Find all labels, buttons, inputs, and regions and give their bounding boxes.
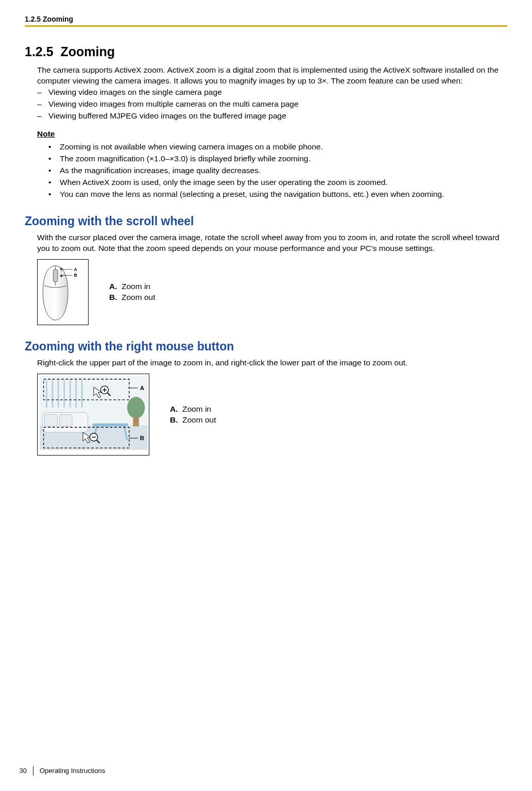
scroll-desc: With the cursor placed over the camera i…: [37, 232, 507, 254]
legend-val-a: Zoom in: [122, 281, 150, 292]
section-intro: The camera supports ActiveX zoom. Active…: [37, 65, 507, 87]
doc-title: Operating Instructions: [40, 766, 105, 776]
mouse-figure: A B: [37, 259, 89, 326]
legend-key-a: A.: [170, 404, 182, 415]
dash-marker: –: [37, 111, 48, 122]
bullet-marker: •: [48, 154, 60, 164]
svg-text:B: B: [140, 435, 144, 441]
legend-val-b: Zoom out: [122, 292, 155, 303]
svg-rect-1: [53, 270, 58, 282]
mouse-icon: A B: [41, 263, 85, 322]
legend-key-b: B.: [170, 415, 182, 426]
legend-val-a: Zoom in: [182, 404, 211, 415]
footer-divider: [33, 766, 33, 776]
note-item: The zoom magnification (×1.0–×3.0) is di…: [60, 154, 311, 164]
when-item: Viewing video images on the single camer…: [48, 87, 222, 98]
room-figure: A B: [37, 374, 149, 456]
header-accent-rule: [25, 25, 507, 27]
legend-val-b: Zoom out: [182, 415, 216, 426]
svg-text:A: A: [140, 385, 144, 391]
note-item: Zooming is not available when viewing ca…: [60, 142, 323, 153]
note-label: Note: [37, 129, 507, 140]
note-item: As the magnification increases, image qu…: [60, 165, 261, 176]
when-item: Viewing buffered MJPEG video images on t…: [48, 111, 286, 122]
section-title: Zooming: [61, 44, 115, 59]
running-header: 1.2.5 Zooming: [25, 14, 507, 24]
note-list: •Zooming is not available when viewing c…: [48, 142, 507, 200]
figure-label-b: B: [74, 273, 77, 278]
room-illustration-icon: A B: [40, 376, 148, 450]
section-number: 1.2.5: [25, 44, 54, 59]
svg-rect-14: [45, 415, 58, 427]
bullet-marker: •: [48, 189, 60, 200]
when-item: Viewing video images from multiple camer…: [48, 99, 299, 110]
figure-label-a: A: [74, 266, 77, 272]
bullet-marker: •: [48, 142, 60, 153]
subheading-scroll: Zooming with the scroll wheel: [25, 213, 507, 229]
section-heading: 1.2.5 Zooming: [25, 43, 507, 61]
dash-marker: –: [37, 87, 48, 98]
svg-rect-15: [59, 415, 72, 427]
right-desc: Right-click the upper part of the image …: [37, 358, 507, 368]
legend-key-a: A.: [109, 281, 122, 292]
svg-rect-16: [93, 424, 128, 427]
bullet-marker: •: [48, 165, 60, 176]
note-item: When ActiveX zoom is used, only the imag…: [60, 177, 388, 188]
page-number: 30: [12, 766, 27, 776]
right-legend: A.Zoom in B.Zoom out: [170, 404, 216, 426]
subheading-right: Zooming with the right mouse button: [25, 339, 507, 355]
dash-marker: –: [37, 99, 48, 110]
bullet-marker: •: [48, 177, 60, 188]
svg-point-19: [127, 397, 145, 418]
page-footer: 30 Operating Instructions: [0, 766, 532, 776]
svg-rect-20: [133, 417, 139, 426]
when-list: –Viewing video images on the single came…: [37, 87, 507, 122]
scroll-legend: A.Zoom in B.Zoom out: [109, 281, 155, 303]
legend-key-b: B.: [109, 292, 122, 303]
note-item: You can move the lens as normal (selecti…: [60, 189, 444, 200]
